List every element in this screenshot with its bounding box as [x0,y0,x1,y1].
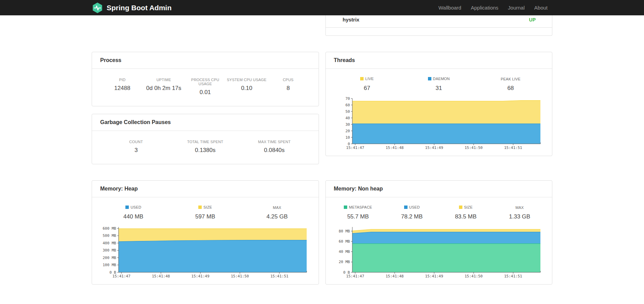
memory-heap-panel-title: Memory: Heap [100,186,138,192]
legend-text: USED [409,205,420,209]
process-panel-title: Process [100,57,121,63]
legend-item-metaspace: METASPACE 55.7 MB [331,204,385,220]
svg-text:300 MB: 300 MB [103,248,116,253]
metric-gc-count: COUNT 3 [102,140,171,154]
svg-text:20 MB: 20 MB [338,260,350,264]
metric-label: COUNT [102,140,171,144]
svg-text:15:41:47: 15:41:47 [346,274,364,278]
live-swatch-icon [360,77,364,80]
legend-value: 440 MB [97,213,169,220]
metric-label: CPUS [267,78,309,82]
metric-value: 0.01 [184,89,226,96]
process-panel: Process PID 12488 UPTIME 0d 0h 2m 17s PR… [92,52,319,106]
legend-label: MAX [273,206,281,210]
legend-text: SIZE [464,205,473,209]
health-indicator-name: hystrix [343,17,359,22]
svg-text:15:41:51: 15:41:51 [504,274,522,278]
heap-legend: USED 440 MB SIZE 597 MB MAX 4.25 GB [92,197,319,221]
svg-text:15:41:49: 15:41:49 [425,146,443,150]
memory-nonheap-panel-header: Memory: Non heap [326,181,552,197]
svg-text:20: 20 [345,129,350,133]
metric-label: PROCESS CPU USAGE [184,78,226,86]
legend-item-live: LIVE 67 [331,76,403,92]
health-status-badge: UP [529,17,536,22]
legend-text: DAEMON [433,77,450,81]
threads-legend: LIVE 67 DAEMON 31 PEAK LIVE 68 [326,69,552,92]
svg-text:15:41:51: 15:41:51 [271,274,289,278]
legend-value: 4.25 GB [241,213,313,220]
legend-label: MAX [516,206,524,210]
svg-text:60 MB: 60 MB [338,239,350,244]
nav-link-wallboard[interactable]: Wallboard [434,0,466,15]
svg-text:60: 60 [345,103,350,107]
brand[interactable]: Spring Boot Admin [92,2,172,14]
memory-heap-panel: Memory: Heap USED 440 MB SIZE 597 MB [92,180,319,285]
svg-text:10: 10 [345,135,350,140]
metric-label: TOTAL TIME SPENT [171,140,240,144]
legend-label: DAEMON [428,77,450,81]
spring-boot-admin-logo-icon [92,2,103,14]
legend-value: 67 [331,85,403,92]
legend-label: PEAK LIVE [501,77,521,81]
page: Spring Boot Admin Wallboard Applications… [0,0,644,304]
legend-text: LIVE [365,77,374,81]
legend-label: SIZE [198,205,212,209]
svg-text:30: 30 [345,122,350,127]
legend-label: LIVE [360,77,374,81]
svg-text:200 MB: 200 MB [103,256,116,260]
svg-text:15:41:47: 15:41:47 [112,274,131,278]
size-swatch-icon [459,206,462,209]
metric-value: 3 [102,147,171,154]
metric-value: 0.1380s [171,147,240,154]
legend-label: USED [125,205,141,209]
heap-chart-wrap: 0 B100 MB200 MB300 MB400 MB500 MB600 MB1… [92,221,319,284]
nav-link-applications[interactable]: Applications [466,0,503,15]
svg-text:80 MB: 80 MB [338,229,350,233]
metric-process-cpu-usage: PROCESS CPU USAGE 0.01 [184,78,226,96]
legend-text: METASPACE [349,205,372,209]
main-content: hystrix UP Process PID 12488 UPTIME [92,15,552,285]
metric-uptime: UPTIME 0d 0h 2m 17s [143,78,185,96]
svg-text:600 MB: 600 MB [103,226,116,231]
memory-nonheap-panel: Memory: Non heap METASPACE 55.7 MB USED … [325,180,553,285]
metric-value: 0.0840s [240,147,309,154]
svg-text:15:41:49: 15:41:49 [425,274,443,278]
health-panel-footer [326,28,552,35]
legend-item-peak-live: PEAK LIVE 68 [475,76,547,92]
legend-item-size: SIZE 597 MB [169,204,241,220]
threads-chart-wrap: 01020304050607015:41:4715:41:4815:41:491… [326,92,552,156]
legend-item-size: SIZE 83.5 MB [439,204,493,220]
threads-panel: Threads LIVE 67 DAEMON 31 [325,52,553,156]
left-panel-stack: Process PID 12488 UPTIME 0d 0h 2m 17s PR… [92,52,319,164]
nav-links: Wallboard Applications Journal About [434,0,552,15]
svg-text:500 MB: 500 MB [103,233,116,238]
legend-item-max: MAX 1.33 GB [493,204,547,220]
metric-value: 8 [267,85,309,92]
svg-text:15:41:51: 15:41:51 [504,146,522,150]
navbar-inner: Spring Boot Admin Wallboard Applications… [92,0,552,15]
health-panel-fragment: hystrix UP [325,15,553,36]
legend-label: USED [404,205,420,209]
threads-panel-header: Threads [326,52,552,69]
metric-label: MAX TIME SPENT [240,140,309,144]
svg-text:100 MB: 100 MB [103,263,116,267]
nav-link-about[interactable]: About [530,0,552,15]
gc-panel-header: Garbage Collection Pauses [92,114,319,131]
nav-link-journal[interactable]: Journal [503,0,530,15]
gc-panel-title: Garbage Collection Pauses [100,119,171,125]
size-swatch-icon [198,206,202,209]
legend-text: USED [131,205,141,209]
metric-system-cpu-usage: SYSTEM CPU USAGE 0.10 [226,78,267,96]
legend-value: 597 MB [169,213,241,220]
memory-nonheap-panel-title: Memory: Non heap [334,186,383,192]
svg-text:15:41:48: 15:41:48 [385,274,403,278]
svg-text:70: 70 [345,96,350,101]
metric-label: UPTIME [143,78,185,82]
svg-text:15:41:50: 15:41:50 [464,274,482,278]
legend-item-max: MAX 4.25 GB [241,204,313,220]
threads-panel-title: Threads [334,57,355,63]
legend-item-used: USED 440 MB [97,204,169,220]
legend-text: MAX [516,206,524,210]
legend-value: 31 [403,85,475,92]
svg-text:40 MB: 40 MB [338,249,350,254]
